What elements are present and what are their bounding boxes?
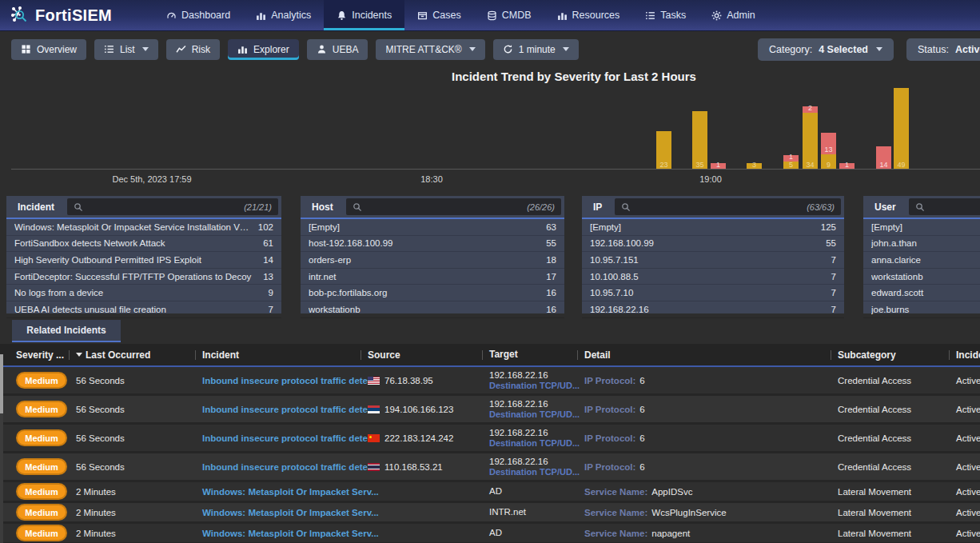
chart-bar[interactable]: 51 [783,155,799,170]
source-ip: 194.106.166.123 [384,405,453,414]
chart-bar[interactable]: 49 [894,88,909,170]
header-source[interactable]: Source [368,344,400,365]
detail-cell: Service Name:WcsPlugInService [584,503,727,521]
list-item[interactable]: Windows: Metasploit Or Impacket Service … [6,219,281,236]
target-port-link[interactable]: Destination TCP/UD... [489,381,580,391]
incident-link[interactable]: Windows: Metasploit Or Impacket Serv... [202,487,379,497]
incident-link[interactable]: Windows: Metasploit Or Impacket Serv... [202,529,379,538]
last-occurred-cell: 2 Minutes [76,524,116,542]
item-name: No logs from a device [14,288,269,297]
chart-bar[interactable]: 35 [692,111,707,170]
list-item[interactable]: bob-pc.fortilabs.org16 [301,285,564,301]
list-item[interactable]: john.a.than [863,236,980,253]
target-port-link[interactable]: Destination TCP/UD... [489,438,580,449]
table-row[interactable]: Medium 2 Minutes Windows: Metasploit Or … [0,503,980,524]
incident-link[interactable]: Inbound insecure protocol traffic dete..… [202,376,376,385]
related-incidents-tab[interactable]: Related Incidents [12,320,121,342]
item-name: 192.168.22.16 [590,305,831,314]
main-nav: Dashboard Analytics Incidents Cases CMDB… [153,0,768,30]
header-detail[interactable]: Detail [584,344,611,365]
table-row[interactable]: Medium 56 Seconds Inbound insecure proto… [0,425,980,453]
panel-tab-user[interactable]: User [863,196,907,218]
chart-bar[interactable]: 14 [876,146,891,170]
list-item[interactable]: High Severity Outbound Permitted IPS Exp… [6,252,281,269]
mitre-attack-button[interactable]: MITRE ATT&CK® [376,39,484,60]
refresh-interval-button[interactable]: 1 minute [493,39,579,60]
app-logo[interactable]: FortiSIEM [0,0,112,30]
list-item[interactable]: anna.clarice [863,252,980,269]
list-item[interactable]: host-192.168.100.9955 [301,236,564,253]
list-item[interactable]: FortiSandbox detects Network Attack61 [6,236,281,253]
list-item[interactable]: [Empty] [863,219,980,236]
nav-item-resources[interactable]: Resources [544,0,633,30]
nav-item-cases[interactable]: Cases [404,0,473,30]
header-incident[interactable]: Incident [202,344,239,365]
list-item[interactable]: 192.168.100.9955 [582,236,844,253]
detail-label: Service Name: [584,487,647,497]
header-severity[interactable]: Severity ... [16,344,64,365]
list-button[interactable]: List [94,39,158,60]
panel-tab-host[interactable]: Host [301,196,345,218]
status-cell: Active [956,482,980,501]
category-filter[interactable]: Category:4 Selected [758,38,894,61]
table-row[interactable]: Medium 56 Seconds Inbound insecure proto… [0,367,980,396]
header-subcategory[interactable]: Subcategory [838,344,896,365]
nav-item-tasks[interactable]: Tasks [632,0,699,30]
list-item[interactable]: 10.95.7.107 [582,285,844,301]
nav-item-cmdb[interactable]: CMDB [474,0,544,30]
explorer-button[interactable]: Explorer [228,39,299,60]
list-item[interactable]: 10.100.88.57 [582,269,844,285]
list-item[interactable]: joe.burns [863,301,980,318]
list-item[interactable]: 192.168.22.167 [582,301,844,318]
header-incident-status[interactable]: Incide... [956,344,980,365]
target-port-link[interactable]: Destination TCP/UD... [489,409,580,420]
header-target[interactable]: Target [489,344,518,365]
list-item[interactable]: edward.scott [863,285,980,301]
list-item[interactable]: 10.95.7.1517 [582,252,844,269]
nav-item-analytics[interactable]: Analytics [243,0,324,30]
incident-cell: Inbound insecure protocol traffic dete..… [202,367,376,393]
table-row[interactable]: Medium 2 Minutes Windows: Metasploit Or … [0,524,980,543]
list-item[interactable]: No logs from a device9 [6,285,281,301]
item-count: 17 [546,272,556,281]
item-name: [Empty] [590,222,821,232]
ueba-button[interactable]: UEBA [307,39,368,60]
list-item[interactable]: intr.net17 [301,269,564,285]
incident-link[interactable]: Inbound insecure protocol traffic dete..… [202,433,376,443]
incident-link[interactable]: Inbound insecure protocol traffic dete..… [202,462,376,472]
chart-bar[interactable]: 913 [821,133,836,170]
nav-item-incidents[interactable]: Incidents [324,0,404,30]
incident-link[interactable]: Windows: Metasploit Or Impacket Serv... [202,508,379,517]
nav-item-dashboard[interactable]: Dashboard [153,0,243,30]
ip-search-input[interactable]: (63/63) [615,198,841,215]
user-search-input[interactable] [909,198,980,215]
chart-bar[interactable]: 23 [656,131,671,170]
list-item[interactable]: UEBA AI detects unusual file creation7 [6,301,281,318]
list-item[interactable]: workstationb16 [301,301,564,318]
severity-badge: Medium [16,483,67,500]
host-search-input[interactable]: (26/26) [346,198,561,215]
target-port-link[interactable]: Destination TCP/UD... [489,467,580,477]
nav-item-admin[interactable]: Admin [699,0,767,30]
panel-tab-ip[interactable]: IP [582,196,613,218]
item-name: 192.168.100.99 [590,238,826,248]
list-item[interactable]: orders-erp18 [301,252,564,269]
table-row[interactable]: Medium 2 Minutes Windows: Metasploit Or … [0,482,980,503]
chevron-down-icon [563,47,569,51]
list-item[interactable]: workstationb [863,269,980,285]
table-row[interactable]: Medium 56 Seconds Inbound insecure proto… [0,453,980,482]
list-item[interactable]: [Empty]63 [301,219,564,236]
incident-search-input[interactable]: (21/21) [67,198,278,215]
status-filter[interactable]: Status:Active [906,38,980,61]
subcategory-cell: Credential Access [838,367,911,393]
header-last-occurred[interactable]: Last Occurred [76,344,150,365]
risk-button[interactable]: Risk [166,39,220,60]
list-item[interactable]: [Empty]125 [582,219,844,236]
incident-link[interactable]: Inbound insecure protocol traffic dete..… [202,405,376,414]
chart-bar[interactable]: 342 [803,106,818,170]
overview-button[interactable]: Overview [11,39,86,60]
list-item[interactable]: FortiDeceptor: Successful FTP/TFTP Opera… [6,269,281,285]
table-row[interactable]: Medium 56 Seconds Inbound insecure proto… [0,396,980,425]
panel-tab-incident[interactable]: Incident [6,196,66,218]
vertical-scrollbar[interactable] [0,354,3,543]
